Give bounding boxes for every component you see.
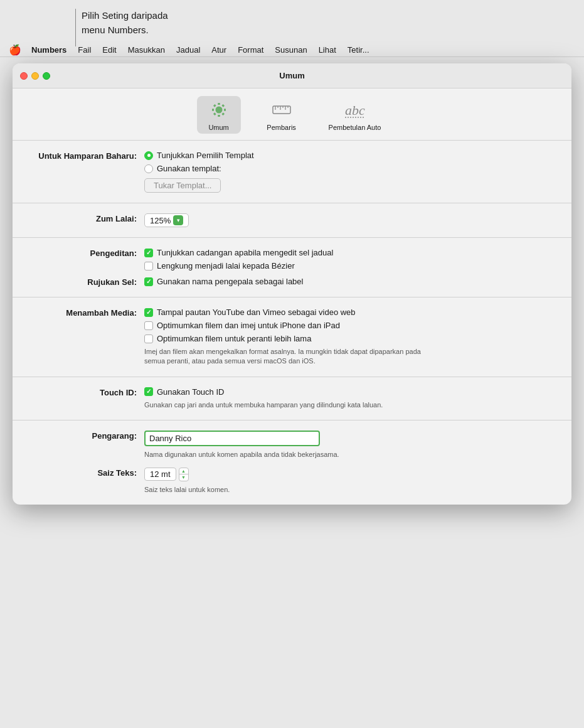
instruction-area: Pilih Seting daripada menu Numbers. — [0, 0, 584, 43]
tab-bar: Umum Pembaris abc — [13, 88, 571, 141]
row-touch-id: Touch ID: Gunakan Touch ID Gunakan cap j… — [31, 387, 553, 410]
stepper-value: 12 mt — [144, 468, 176, 481]
label-optimumkan-filem: Optimumkan filem dan imej untuk iPhone d… — [157, 321, 340, 330]
title-bar: Umum — [13, 63, 571, 88]
checkbox-gunakan-touch[interactable] — [144, 387, 153, 396]
checkbox-tunjukkan-cadangan[interactable] — [144, 249, 153, 257]
content-untuk-hamparan: Tunjukkan Pemilih Templat Gunakan templa… — [144, 151, 553, 193]
row-rujukan-sel: Rujukan Sel: Gunakan nama pengepala seba… — [31, 277, 553, 287]
option-optimumkan-filem: Optimumkan filem dan imej untuk iPhone d… — [144, 321, 553, 330]
label-saiz-teks: Saiz Teks: — [31, 468, 144, 478]
menubar-susunan[interactable]: Susunan — [270, 45, 312, 55]
menubar-tetingkap[interactable]: Tetir... — [342, 45, 374, 55]
svg-point-0 — [215, 107, 222, 114]
apple-menu[interactable]: 🍎 — [5, 44, 25, 56]
content-rujukan-sel: Gunakan nama pengepala sebagai label — [144, 277, 553, 286]
content-pengarang: Nama digunakan untuk komen apabila anda … — [144, 431, 553, 459]
gear-icon — [208, 99, 230, 121]
option-tunjukkan-cadangan: Tunjukkan cadangan apabila mengedit sel … — [144, 248, 553, 257]
option-gunakan-nama: Gunakan nama pengepala sebagai label — [144, 277, 553, 286]
menubar-edit[interactable]: Edit — [97, 45, 121, 55]
label-gunakan-touch: Gunakan Touch ID — [157, 387, 224, 397]
helper-pengarang: Nama digunakan untuk komen apabila anda … — [144, 450, 433, 459]
section-touch-id: Touch ID: Gunakan Touch ID Gunakan cap j… — [13, 377, 571, 420]
menubar-jadual[interactable]: Jadual — [171, 45, 205, 55]
label-tunjukkan-cadangan: Tunjukkan cadangan apabila mengedit sel … — [157, 248, 333, 257]
section-pengeditan: Pengeditan: Tunjukkan cadangan apabila m… — [13, 238, 571, 297]
tab-pembaris-label: Pembaris — [267, 124, 295, 131]
row-pengeditan: Pengeditan: Tunjukkan cadangan apabila m… — [31, 248, 553, 270]
label-tampal: Tampal pautan YouTube dan Vimeo sebagai … — [157, 308, 356, 317]
label-lengkung: Lengkung menjadi lalai kepada Bézier — [157, 261, 295, 270]
section-untuk-hamparan: Untuk Hamparan Baharu: Tunjukkan Pemilih… — [13, 141, 571, 203]
option-tunjukkan: Tunjukkan Pemilih Templat — [144, 151, 553, 160]
content-menambah-media: Tampal pautan YouTube dan Vimeo sebagai … — [144, 308, 553, 367]
svg-line-5 — [214, 105, 215, 106]
ruler-icon — [270, 99, 293, 121]
dropdown-arrow-icon: ▾ — [173, 215, 183, 225]
label-touch-id: Touch ID: — [31, 387, 144, 397]
radio-tunjukkan[interactable] — [144, 151, 153, 160]
section-pengarang: Pengarang: Nama digunakan untuk komen ap… — [13, 420, 571, 505]
helper-saiz-teks: Saiz teks lalai untuk komen. — [144, 485, 433, 495]
section-zum-lalai: Zum Lalai: 125% ▾ — [13, 203, 571, 238]
dialog-window: Umum — [13, 63, 571, 505]
stepper-saiz-teks: 12 mt ▲ ▼ — [144, 468, 553, 481]
zum-dropdown[interactable]: 125% ▾ — [144, 213, 189, 227]
minimize-button[interactable] — [31, 72, 39, 80]
row-untuk-hamparan: Untuk Hamparan Baharu: Tunjukkan Pemilih… — [31, 151, 553, 193]
menubar-fail[interactable]: Fail — [73, 45, 96, 55]
label-untuk-hamparan: Untuk Hamparan Baharu: — [31, 151, 144, 161]
instruction-line — [75, 9, 76, 46]
label-gunakan: Gunakan templat: — [157, 164, 221, 173]
menubar: 🍎 Numbers Fail Edit Masukkan Jadual Atur… — [0, 43, 584, 57]
stepper-arrows[interactable]: ▲ ▼ — [179, 468, 189, 481]
label-zum-lalai: Zum Lalai: — [31, 213, 144, 223]
stepper-down-icon[interactable]: ▼ — [179, 474, 188, 481]
svg-line-7 — [222, 105, 223, 106]
option-optimumkan-peranti: Optimumkan filem untuk peranti lebih lam… — [144, 334, 553, 343]
checkbox-lengkung[interactable] — [144, 262, 153, 270]
content-pengeditan: Tunjukkan cadangan apabila mengedit sel … — [144, 248, 553, 270]
menubar-format[interactable]: Format — [233, 45, 268, 55]
label-pengeditan: Pengeditan: — [31, 248, 144, 258]
stepper-up-icon[interactable]: ▲ — [179, 468, 188, 475]
radio-gunakan[interactable] — [144, 164, 153, 173]
tab-umum[interactable]: Umum — [197, 96, 241, 134]
label-menambah-media: Menambah Media: — [31, 308, 144, 318]
menubar-atur[interactable]: Atur — [206, 45, 231, 55]
tab-pembetulan-label: Pembetulan Auto — [329, 124, 381, 131]
option-lengkung: Lengkung menjadi lalai kepada Bézier — [144, 261, 553, 270]
svg-line-6 — [222, 114, 223, 115]
svg-text:abc: abc — [345, 102, 365, 118]
label-gunakan-nama: Gunakan nama pengepala sebagai label — [157, 277, 303, 286]
option-gunakan-touch: Gunakan Touch ID — [144, 387, 553, 397]
checkbox-optimumkan-filem[interactable] — [144, 321, 153, 330]
option-gunakan: Gunakan templat: — [144, 164, 553, 173]
close-button[interactable] — [20, 72, 28, 80]
menubar-lihat[interactable]: Lihat — [314, 45, 341, 55]
tab-umum-label: Umum — [208, 124, 228, 131]
maximize-button[interactable] — [43, 72, 50, 80]
checkbox-tampal[interactable] — [144, 308, 153, 317]
label-pengarang: Pengarang: — [31, 431, 144, 441]
content-saiz-teks: 12 mt ▲ ▼ Saiz teks lalai untuk komen. — [144, 468, 553, 495]
tab-pembaris[interactable]: Pembaris — [260, 96, 304, 134]
svg-line-8 — [214, 114, 215, 115]
menubar-numbers[interactable]: Numbers — [26, 45, 72, 55]
pengarang-input[interactable] — [144, 431, 320, 446]
instruction-text: Pilih Seting daripada menu Numbers. — [82, 9, 571, 37]
label-tunjukkan: Tunjukkan Pemilih Templat — [157, 151, 254, 160]
row-menambah-media: Menambah Media: Tampal pautan YouTube da… — [31, 308, 553, 367]
checkbox-optimumkan-peranti[interactable] — [144, 335, 153, 343]
zum-value: 125% — [150, 216, 171, 225]
row-zum-lalai: Zum Lalai: 125% ▾ — [31, 213, 553, 227]
zum-dropdown-row: 125% ▾ — [144, 213, 553, 227]
window-title: Umum — [279, 71, 304, 80]
tukar-templat-button[interactable]: Tukar Templat... — [144, 178, 221, 193]
checkbox-gunakan-nama[interactable] — [144, 277, 153, 286]
helper-touch-id: Gunakan cap jari anda untuk membuka hamp… — [144, 400, 433, 410]
tab-pembetulan[interactable]: abc Pembetulan Auto — [322, 96, 388, 134]
section-menambah-media: Menambah Media: Tampal pautan YouTube da… — [13, 297, 571, 377]
menubar-masukkan[interactable]: Masukkan — [123, 45, 170, 55]
